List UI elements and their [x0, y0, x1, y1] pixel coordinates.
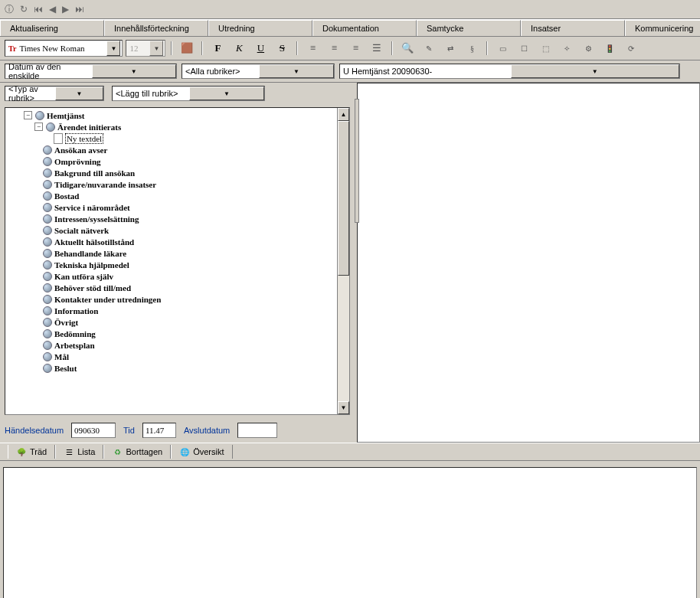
tab-innehall[interactable]: Innehållsförteckning [104, 20, 208, 36]
tab-aktualisering[interactable]: Aktualisering [0, 20, 104, 36]
expander-icon[interactable]: − [34, 123, 43, 131]
bullets-icon[interactable]: ☰ [368, 39, 386, 57]
last-icon[interactable]: ⏭ [75, 4, 84, 15]
node-icon [43, 191, 52, 201]
tree-item[interactable]: Socialt nätverk [54, 226, 109, 235]
tid-input[interactable] [142, 423, 176, 438]
tool-icon-3[interactable]: § [463, 39, 481, 57]
next-icon[interactable]: ▶ [62, 4, 69, 15]
nav-toolbar: ⓘ ↻ ⏮ ◀ ▶ ⏭ [0, 0, 700, 19]
lagg-value: <Lägg till rubrik> [116, 89, 189, 98]
datum-combo[interactable]: Datum av den enskilde ▼ [5, 64, 177, 79]
refresh-icon[interactable]: ↻ [20, 4, 28, 15]
tree-item[interactable]: Service i närområdet [54, 203, 130, 212]
handelsedatum-input[interactable] [71, 423, 116, 438]
tree-item[interactable]: Behandlande läkare [54, 249, 126, 258]
tree-item[interactable]: Tidigare/nuvarande insatser [54, 180, 156, 189]
tree-item[interactable]: Bedömning [54, 329, 96, 338]
chevron-down-icon[interactable]: ▼ [92, 64, 177, 78]
tool-icon-9[interactable]: 🚦 [600, 39, 619, 57]
tool-icon-8[interactable]: ⚙ [579, 39, 597, 57]
tree-item[interactable]: Information [54, 306, 98, 315]
chevron-down-icon[interactable]: ▼ [106, 41, 120, 56]
node-icon [43, 168, 52, 178]
chevron-down-icon[interactable]: ▼ [259, 64, 334, 78]
tree-item[interactable]: Behöver stöd till/med [54, 283, 131, 292]
tab-dokumentation[interactable]: Dokumentation [312, 20, 417, 36]
tree-item[interactable]: Bakgrund till ansökan [54, 168, 135, 178]
italic-button[interactable]: K [230, 39, 248, 57]
tree-item[interactable]: Intressen/sysselsättning [54, 214, 139, 224]
tool-icon-1[interactable]: ✎ [420, 39, 438, 57]
tool-icon-5[interactable]: ☐ [515, 39, 533, 57]
tool-icon-4[interactable]: ▭ [493, 39, 512, 57]
font-size-combo[interactable]: 12 ▼ [126, 40, 165, 57]
lagg-till-rubrik-combo[interactable]: <Lägg till rubrik> ▼ [112, 86, 265, 101]
info-icon[interactable]: ⓘ [5, 3, 14, 16]
typ-av-rubrik-combo[interactable]: <Typ av rubrik> ▼ [5, 86, 104, 101]
datum-value: Datum av den enskilde [8, 62, 92, 80]
tab-samtycke[interactable]: Samtycke [417, 20, 521, 36]
tree-nytext[interactable]: Ny textdel [65, 133, 103, 144]
node-icon [43, 318, 52, 327]
rubriker-value: <Alla rubriker> [185, 67, 259, 76]
tree-item[interactable]: Mål [54, 352, 69, 361]
viewtab-trad[interactable]: 🌳 Träd [8, 445, 55, 459]
tool-icon-2[interactable]: ⇄ [441, 39, 460, 57]
tree-item[interactable]: Kan utföra själv [54, 272, 113, 281]
strike-button[interactable]: S [273, 39, 291, 57]
rubriker-combo[interactable]: <Alla rubriker> ▼ [182, 64, 335, 79]
find-icon[interactable]: 🔍 [398, 39, 417, 57]
chevron-down-icon[interactable]: ▼ [149, 41, 163, 56]
tree-item[interactable]: Övrigt [54, 318, 78, 327]
tree-item[interactable]: Tekniska hjälpmedel [54, 260, 129, 270]
scroll-down-icon[interactable]: ▼ [338, 401, 349, 414]
text-editor[interactable] [3, 467, 697, 598]
viewtab-lista[interactable]: ☰ Lista [55, 445, 103, 459]
chevron-down-icon[interactable]: ▼ [55, 87, 103, 100]
tree-scrollbar[interactable]: ▲ ▼ [337, 108, 349, 414]
tree-item[interactable]: Arbetsplan [54, 341, 95, 350]
node-icon [43, 260, 52, 270]
tree-item[interactable]: Aktuellt hälsotillstånd [54, 237, 134, 247]
align-right-icon[interactable]: ≡ [346, 39, 365, 57]
fill-color-icon[interactable]: 🟫 [178, 39, 196, 57]
font-name-combo[interactable]: Tr Times New Roman ▼ [5, 40, 123, 57]
align-left-icon[interactable]: ≡ [303, 39, 322, 57]
tool-icon-6[interactable]: ⬚ [536, 39, 554, 57]
tool-icon-10[interactable]: ⟳ [622, 39, 640, 57]
tree-root[interactable]: Hemtjänst [47, 111, 85, 120]
first-icon[interactable]: ⏮ [34, 4, 43, 15]
node-icon [43, 306, 52, 315]
tree-item[interactable]: Beslut [54, 364, 77, 373]
tree-initierats[interactable]: Ärendet initierats [57, 123, 121, 132]
tab-kommunicering[interactable]: Kommunicering [625, 20, 700, 36]
period-combo[interactable]: U Hemtjänst 20090630- ▼ [339, 64, 680, 79]
tree-item[interactable]: Kontakter under utredningen [54, 295, 161, 304]
viewtab-borttagen[interactable]: ♻ Borttagen [103, 445, 171, 459]
bold-button[interactable]: F [208, 39, 227, 57]
chevron-down-icon[interactable]: ▼ [511, 64, 680, 78]
underline-button[interactable]: U [251, 39, 270, 57]
tab-utredning[interactable]: Utredning [208, 20, 312, 36]
avslut-input[interactable] [237, 423, 277, 438]
font-type-icon: Tr [8, 44, 16, 53]
scroll-up-icon[interactable]: ▲ [338, 108, 349, 121]
chevron-down-icon[interactable]: ▼ [189, 87, 264, 100]
tree-item[interactable]: Omprövning [54, 157, 101, 166]
scroll-thumb[interactable] [338, 121, 349, 276]
node-icon [46, 123, 55, 132]
rubrik-tree[interactable]: − Hemtjänst − Ärendet initierats Ny text… [5, 107, 350, 415]
prev-icon[interactable]: ◀ [49, 4, 56, 15]
period-value: U Hemtjänst 20090630- [343, 67, 511, 76]
tool-icon-7[interactable]: ✧ [558, 39, 576, 57]
tree-item[interactable]: Bostad [54, 191, 79, 201]
viewtab-oversikt[interactable]: 🌐 Översikt [171, 445, 232, 459]
format-toolbar: Tr Times New Roman ▼ 12 ▼ 🟫 F K U S ≡ ≡ … [0, 37, 700, 60]
expander-icon[interactable]: − [24, 111, 32, 119]
document-preview[interactable] [357, 83, 700, 443]
align-center-icon[interactable]: ≡ [325, 39, 343, 57]
tree-item[interactable]: Ansökan avser [54, 145, 107, 155]
tab-insatser[interactable]: Insatser [521, 20, 625, 36]
view-tabs: 🌳 Träd ☰ Lista ♻ Borttagen 🌐 Översikt [0, 443, 700, 461]
